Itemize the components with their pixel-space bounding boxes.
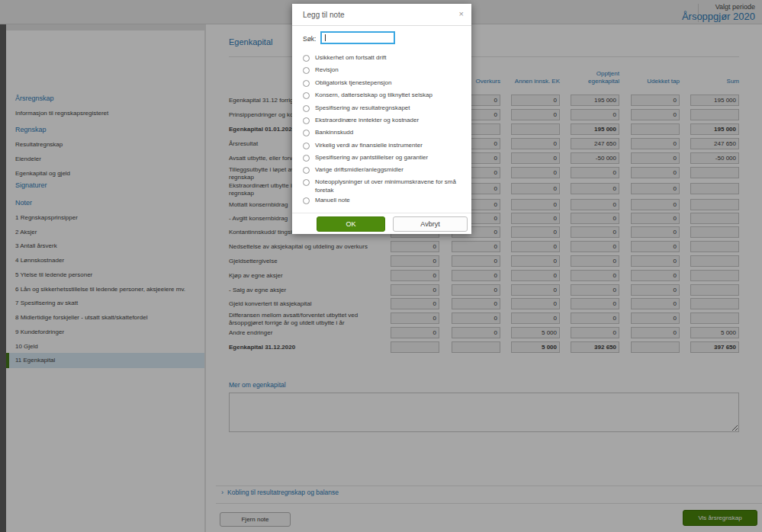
note-option-label: Usikkerhet om fortsatt drift [315, 54, 457, 62]
note-option-label: Varige driftsmidler/anleggsmidler [315, 166, 457, 175]
app-root: Valgt periode Årsoppgjør 2020 Årsregnska… [0, 0, 762, 532]
note-option-label: Revisjon [315, 66, 457, 75]
radio-icon[interactable] [303, 179, 310, 186]
radio-icon[interactable] [303, 55, 310, 62]
radio-icon[interactable] [303, 67, 310, 74]
note-option-label: Konsern, datterselskap og tilknyttet sel… [315, 91, 457, 100]
radio-icon[interactable] [303, 130, 310, 136]
radio-icon[interactable] [303, 143, 310, 149]
cancel-button[interactable]: Avbryt [393, 216, 468, 232]
note-option-bankinnskudd[interactable]: Bankinnskudd [303, 129, 463, 137]
search-label: Søk: [303, 35, 316, 43]
note-option-revisjon[interactable]: Revisjon [303, 66, 463, 75]
note-option-label: Spesifisering av resultatregnskapet [315, 104, 457, 113]
radio-icon[interactable] [303, 92, 310, 99]
ok-button[interactable]: OK [317, 216, 385, 232]
note-option-label: Virkelig verdi av finansielle instrument… [315, 142, 457, 150]
note-option-konsern-datterselskap-og-tilkn[interactable]: Konsern, datterselskap og tilknyttet sel… [303, 91, 463, 100]
dialog-title: Legg til note [303, 11, 345, 19]
radio-icon[interactable] [303, 197, 310, 204]
radio-icon[interactable] [303, 105, 310, 112]
radio-icon[interactable] [303, 117, 310, 124]
note-option-spesifisering-av-resultatregns[interactable]: Spesifisering av resultatregnskapet [303, 104, 463, 113]
note-option-spesifisering-av-pantstillelse[interactable]: Spesifisering av pantstillelser og garan… [303, 154, 463, 162]
close-icon[interactable]: × [459, 9, 464, 18]
text-cursor [325, 34, 326, 41]
note-option-noteopplysninger-ut-over-minim[interactable]: Noteopplysninger ut over minimumskravene… [303, 178, 463, 194]
search-input[interactable] [320, 31, 395, 44]
note-option-label: Bankinnskudd [315, 129, 457, 137]
add-note-dialog: Legg til note × Søk: Usikkerhet om forts… [292, 4, 471, 234]
radio-icon[interactable] [303, 155, 310, 162]
note-option-usikkerhet-om-fortsatt-drift[interactable]: Usikkerhet om fortsatt drift [303, 54, 463, 62]
note-option-virkelig-verdi-av-finansielle-[interactable]: Virkelig verdi av finansielle instrument… [303, 142, 463, 150]
note-option-label: Spesifisering av pantstillelser og garan… [315, 154, 457, 162]
radio-icon[interactable] [303, 167, 310, 174]
note-option-label: Manuell note [315, 197, 457, 205]
note-option-varige-driftsmidler-anleggsmid[interactable]: Varige driftsmidler/anleggsmidler [303, 166, 463, 175]
radio-icon[interactable] [303, 80, 310, 87]
note-option-label: Noteopplysninger ut over minimumskravene… [315, 178, 457, 194]
dialog-footer-divider [292, 213, 471, 213]
note-option-ekstraordinære-inntekter-og-ko[interactable]: Ekstraordinære inntekter og kostnader [303, 117, 463, 125]
note-option-obligatorisk-tjenestepensjon[interactable]: Obligatorisk tjenestepensjon [303, 79, 463, 88]
note-option-manuell-note[interactable]: Manuell note [303, 197, 463, 205]
note-option-label: Ekstraordinære inntekter og kostnader [315, 117, 457, 125]
note-option-label: Obligatorisk tjenestepensjon [315, 79, 457, 88]
dialog-header: Legg til note × [292, 4, 471, 26]
